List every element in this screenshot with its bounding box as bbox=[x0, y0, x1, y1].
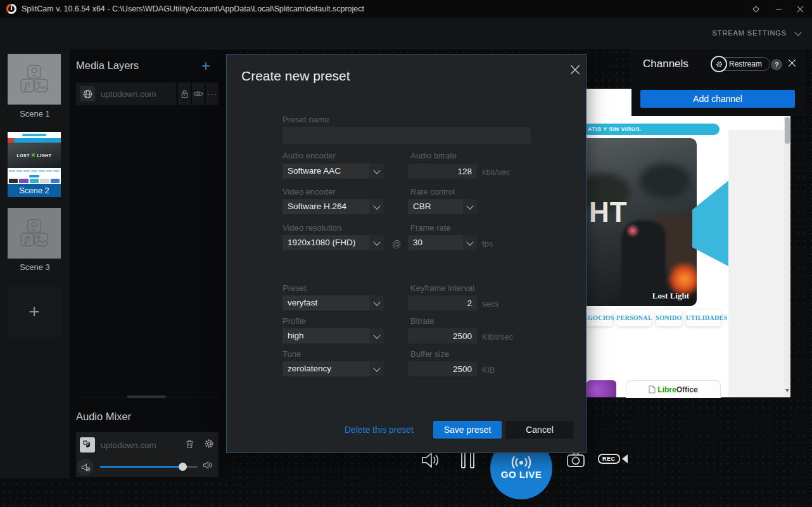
video-resolution-value: 1920x1080 (FHD) bbox=[288, 238, 355, 247]
globe-icon bbox=[80, 86, 95, 101]
cancel-button[interactable]: Cancel bbox=[505, 421, 574, 439]
dialog-title: Create new preset bbox=[241, 68, 350, 84]
audio-source-settings-gear-icon[interactable] bbox=[204, 439, 214, 451]
chevron-down-icon bbox=[369, 235, 384, 250]
thumb-x-logo: ✕ bbox=[31, 153, 36, 158]
thumb-cards-row bbox=[8, 179, 61, 184]
rec-camera-triangle-icon bbox=[622, 454, 628, 463]
volume-slider-handle[interactable] bbox=[179, 463, 187, 471]
scene-1-thumbnail[interactable] bbox=[8, 54, 61, 105]
resolution-at-sign: @ bbox=[392, 239, 401, 249]
preset-name-label: Preset name bbox=[282, 115, 329, 124]
scene-2-label-selected[interactable]: Scene 2 bbox=[8, 184, 61, 197]
channels-close-icon[interactable] bbox=[788, 58, 796, 70]
snapshot-camera-icon[interactable] bbox=[566, 451, 585, 470]
video-resolution-label: Video resolution bbox=[282, 223, 341, 233]
add-media-layer-button[interactable]: + bbox=[201, 57, 210, 75]
media-layer-name: uptodown.com bbox=[101, 89, 156, 99]
buffer-size-input[interactable] bbox=[408, 361, 477, 376]
tune-label: Tune bbox=[282, 349, 301, 359]
pause-icon[interactable] bbox=[461, 452, 474, 468]
pin-window-icon[interactable] bbox=[746, 0, 765, 18]
preview-chip-sonido: SONIDO bbox=[656, 310, 682, 326]
rate-control-select[interactable]: CBR bbox=[408, 199, 477, 214]
stream-settings-button[interactable]: STREAM SETTINGS bbox=[713, 29, 787, 37]
help-icon[interactable]: ? bbox=[771, 59, 782, 70]
chevron-down-icon bbox=[369, 199, 384, 214]
preset-select[interactable]: veryfast bbox=[282, 295, 384, 311]
preview-hero-caption: Lost Light bbox=[652, 291, 689, 301]
profile-select[interactable]: high bbox=[282, 328, 384, 343]
keyframe-interval-input[interactable] bbox=[408, 295, 477, 311]
record-button[interactable]: REC bbox=[598, 454, 628, 464]
preview-purple-card bbox=[587, 380, 616, 397]
panel-divider-grip[interactable] bbox=[127, 395, 166, 398]
media-layers-title: Media Layers bbox=[76, 60, 139, 72]
add-channel-button[interactable]: Add channel bbox=[640, 90, 795, 108]
close-window-button[interactable] bbox=[790, 0, 809, 18]
libreoffice-brand-dark: Office bbox=[676, 385, 698, 394]
preview-scrollbar-thumb bbox=[785, 117, 790, 144]
frame-rate-select[interactable]: 30 bbox=[408, 235, 477, 250]
bitrate-unit: Kibit/sec bbox=[482, 332, 513, 342]
preview-chip-negocios: EGOCIOS bbox=[583, 310, 612, 326]
audio-source-icon bbox=[80, 437, 95, 452]
audio-encoder-value: Software AAC bbox=[288, 166, 341, 176]
tune-select[interactable]: zerolatency bbox=[282, 361, 384, 376]
title-bar: SplitCam v. 10.6.54 x64 - C:\Users\WDAGU… bbox=[0, 0, 812, 18]
preview-hero-title-fragment: HT bbox=[589, 196, 628, 228]
preview-chip-personal: PERSONAL bbox=[616, 310, 652, 326]
layer-more-options-button[interactable]: ··· bbox=[206, 82, 219, 105]
delete-preset-link[interactable]: Delete this preset bbox=[345, 425, 414, 435]
preview-hero-image: HT Lost Light bbox=[587, 138, 697, 306]
restream-button[interactable]: Restream bbox=[711, 57, 770, 71]
volume-slider-track[interactable] bbox=[100, 466, 198, 468]
layer-visibility-eye-icon[interactable] bbox=[192, 82, 205, 105]
preview-scrollbar bbox=[784, 89, 790, 397]
lock-layer-icon[interactable] bbox=[178, 82, 191, 105]
scene-3-label[interactable]: Scene 3 bbox=[0, 262, 70, 272]
audio-encoder-select[interactable]: Software AAC bbox=[282, 164, 384, 179]
scene-2-thumbnail[interactable]: LOST✕LIGHT bbox=[8, 132, 61, 184]
media-layer-row[interactable]: uptodown.com bbox=[76, 82, 176, 105]
app-header bbox=[0, 18, 812, 49]
chevron-down-icon bbox=[369, 295, 384, 311]
create-preset-dialog: Create new preset Preset name Audio enco… bbox=[226, 54, 587, 453]
bitrate-input[interactable] bbox=[408, 328, 477, 343]
preset-name-input[interactable] bbox=[282, 127, 531, 144]
channels-title: Channels bbox=[643, 58, 688, 70]
save-preset-button[interactable]: Save preset bbox=[433, 421, 502, 439]
audio-source-name: uptodown.com bbox=[101, 440, 156, 450]
thumb-button-row bbox=[8, 173, 61, 179]
volume-speaker-icon[interactable] bbox=[203, 461, 213, 472]
add-scene-button[interactable]: + bbox=[8, 286, 61, 337]
profile-value: high bbox=[288, 331, 304, 340]
chevron-down-icon bbox=[369, 328, 384, 343]
rec-label: REC bbox=[598, 454, 620, 464]
video-encoder-select[interactable]: Software H.264 bbox=[282, 199, 384, 214]
buffer-size-unit: KiB bbox=[482, 365, 495, 375]
chevron-down-icon bbox=[462, 199, 477, 214]
preview-scroll-arrow-icon bbox=[785, 389, 789, 392]
video-resolution-select[interactable]: 1920x1080 (FHD) bbox=[282, 235, 384, 250]
minimize-button[interactable] bbox=[769, 0, 788, 18]
rate-control-value: CBR bbox=[413, 202, 431, 211]
preset-label: Preset bbox=[282, 283, 307, 293]
scene-1-label[interactable]: Scene 1 bbox=[0, 109, 70, 119]
audio-bitrate-label: Audio bitrate bbox=[410, 151, 457, 160]
channels-panel: Channels Restream ? Add channel bbox=[631, 49, 804, 116]
video-encoder-label: Video encoder bbox=[282, 187, 336, 196]
delete-audio-source-icon[interactable] bbox=[185, 439, 194, 451]
audio-bitrate-input[interactable] bbox=[408, 164, 477, 179]
rate-control-label: Rate control bbox=[410, 187, 455, 196]
mute-speaker-icon[interactable] bbox=[77, 459, 94, 475]
thumb-hero: LOST✕LIGHT bbox=[8, 143, 61, 168]
bitrate-label: Bitrate bbox=[410, 316, 435, 326]
chevron-down-icon bbox=[369, 164, 384, 179]
go-live-label: GO LIVE bbox=[490, 469, 552, 480]
scene-3-thumbnail[interactable] bbox=[8, 208, 61, 259]
master-speaker-icon[interactable] bbox=[421, 451, 440, 472]
dialog-close-icon[interactable] bbox=[568, 62, 583, 80]
thumb-browser-bar bbox=[8, 132, 61, 138]
audio-mixer-title: Audio Mixer bbox=[76, 411, 131, 423]
